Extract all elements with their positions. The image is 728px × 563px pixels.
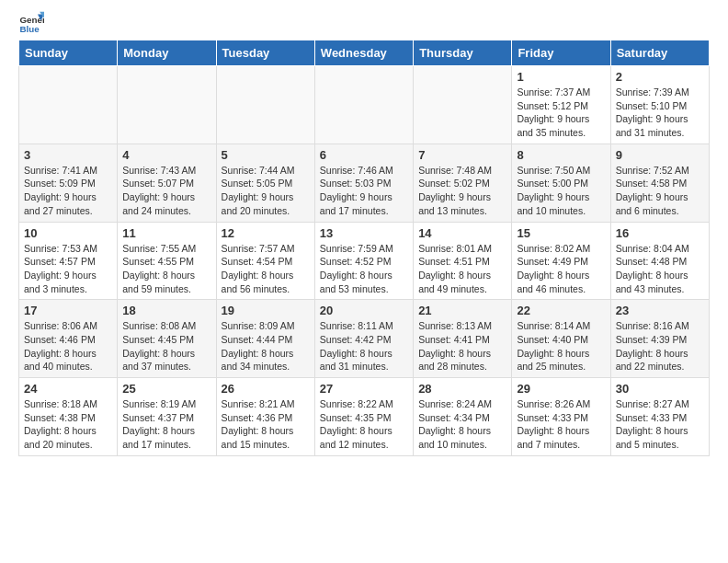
day-info: Sunrise: 8:04 AM Sunset: 4:48 PM Dayligh…	[616, 242, 704, 296]
day-info: Sunrise: 8:02 AM Sunset: 4:49 PM Dayligh…	[517, 242, 605, 296]
calendar-cell: 11Sunrise: 7:55 AM Sunset: 4:55 PM Dayli…	[118, 222, 216, 300]
calendar-week-4: 17Sunrise: 8:06 AM Sunset: 4:46 PM Dayli…	[19, 300, 710, 378]
day-number: 9	[616, 148, 704, 162]
calendar-cell: 24Sunrise: 8:18 AM Sunset: 4:38 PM Dayli…	[19, 378, 118, 456]
calendar-cell: 16Sunrise: 8:04 AM Sunset: 4:48 PM Dayli…	[610, 222, 709, 300]
day-info: Sunrise: 8:22 AM Sunset: 4:35 PM Dayligh…	[320, 397, 408, 452]
logo: General Blue	[18, 9, 46, 35]
day-number: 19	[222, 304, 310, 317]
calendar-cell: 18Sunrise: 8:08 AM Sunset: 4:45 PM Dayli…	[118, 300, 216, 378]
day-number: 17	[24, 304, 112, 317]
calendar-cell: 3Sunrise: 7:41 AM Sunset: 5:09 PM Daylig…	[19, 144, 118, 222]
day-number: 13	[320, 226, 408, 240]
calendar-cell: 30Sunrise: 8:27 AM Sunset: 4:33 PM Dayli…	[610, 378, 709, 456]
calendar-cell: 6Sunrise: 7:46 AM Sunset: 5:03 PM Daylig…	[314, 144, 413, 222]
calendar-header: SundayMondayTuesdayWednesdayThursdayFrid…	[19, 40, 710, 66]
calendar-header-wednesday: Wednesday	[314, 40, 413, 66]
calendar-cell: 26Sunrise: 8:21 AM Sunset: 4:36 PM Dayli…	[216, 378, 314, 456]
day-info: Sunrise: 7:50 AM Sunset: 5:00 PM Dayligh…	[517, 164, 605, 218]
calendar-header-monday: Monday	[118, 40, 216, 66]
calendar-cell	[414, 66, 512, 144]
calendar-week-1: 1Sunrise: 7:37 AM Sunset: 5:12 PM Daylig…	[19, 66, 710, 144]
calendar-container: SundayMondayTuesdayWednesdayThursdayFrid…	[0, 40, 728, 465]
day-number: 28	[418, 382, 506, 396]
calendar-cell	[118, 66, 216, 144]
day-number: 6	[320, 148, 408, 162]
day-info: Sunrise: 7:59 AM Sunset: 4:52 PM Dayligh…	[320, 242, 408, 296]
calendar-header-saturday: Saturday	[610, 40, 709, 66]
calendar-cell: 19Sunrise: 8:09 AM Sunset: 4:44 PM Dayli…	[216, 300, 314, 378]
day-info: Sunrise: 8:08 AM Sunset: 4:45 PM Dayligh…	[122, 319, 210, 373]
calendar-header-tuesday: Tuesday	[216, 40, 314, 66]
day-info: Sunrise: 8:09 AM Sunset: 4:44 PM Dayligh…	[222, 319, 310, 373]
calendar-cell: 29Sunrise: 8:26 AM Sunset: 4:33 PM Dayli…	[512, 378, 610, 456]
calendar-cell: 12Sunrise: 7:57 AM Sunset: 4:54 PM Dayli…	[216, 222, 314, 300]
calendar-table: SundayMondayTuesdayWednesdayThursdayFrid…	[18, 40, 710, 456]
calendar-week-3: 10Sunrise: 7:53 AM Sunset: 4:57 PM Dayli…	[19, 222, 710, 300]
day-info: Sunrise: 8:11 AM Sunset: 4:42 PM Dayligh…	[320, 319, 408, 373]
day-number: 18	[122, 304, 210, 317]
day-info: Sunrise: 7:37 AM Sunset: 5:12 PM Dayligh…	[517, 86, 605, 140]
day-number: 11	[122, 226, 210, 240]
calendar-header-sunday: Sunday	[19, 40, 118, 66]
day-info: Sunrise: 7:41 AM Sunset: 5:09 PM Dayligh…	[24, 164, 112, 218]
day-number: 24	[24, 382, 112, 396]
page-header: General Blue	[0, 0, 728, 40]
day-info: Sunrise: 8:19 AM Sunset: 4:37 PM Dayligh…	[122, 397, 210, 452]
calendar-week-2: 3Sunrise: 7:41 AM Sunset: 5:09 PM Daylig…	[19, 144, 710, 222]
calendar-header-thursday: Thursday	[414, 40, 512, 66]
day-number: 27	[320, 382, 408, 396]
day-info: Sunrise: 7:53 AM Sunset: 4:57 PM Dayligh…	[24, 242, 112, 296]
logo-icon: General Blue	[18, 9, 44, 35]
calendar-cell: 25Sunrise: 8:19 AM Sunset: 4:37 PM Dayli…	[118, 378, 216, 456]
calendar-cell: 20Sunrise: 8:11 AM Sunset: 4:42 PM Dayli…	[314, 300, 413, 378]
day-info: Sunrise: 7:39 AM Sunset: 5:10 PM Dayligh…	[616, 86, 704, 140]
calendar-cell: 22Sunrise: 8:14 AM Sunset: 4:40 PM Dayli…	[512, 300, 610, 378]
day-info: Sunrise: 7:46 AM Sunset: 5:03 PM Dayligh…	[320, 164, 408, 218]
calendar-cell	[314, 66, 413, 144]
day-number: 5	[222, 148, 310, 162]
day-number: 7	[418, 148, 506, 162]
day-info: Sunrise: 8:26 AM Sunset: 4:33 PM Dayligh…	[517, 397, 605, 452]
calendar-cell	[216, 66, 314, 144]
day-number: 1	[517, 70, 605, 84]
day-number: 12	[222, 226, 310, 240]
day-number: 30	[616, 382, 704, 396]
day-number: 25	[122, 382, 210, 396]
day-info: Sunrise: 8:01 AM Sunset: 4:51 PM Dayligh…	[418, 242, 506, 296]
day-number: 3	[24, 148, 112, 162]
calendar-cell: 2Sunrise: 7:39 AM Sunset: 5:10 PM Daylig…	[610, 66, 709, 144]
day-number: 22	[517, 304, 605, 317]
day-number: 2	[616, 70, 704, 84]
calendar-cell: 17Sunrise: 8:06 AM Sunset: 4:46 PM Dayli…	[19, 300, 118, 378]
calendar-cell: 1Sunrise: 7:37 AM Sunset: 5:12 PM Daylig…	[512, 66, 610, 144]
calendar-cell	[19, 66, 118, 144]
day-number: 14	[418, 226, 506, 240]
day-number: 10	[24, 226, 112, 240]
calendar-cell: 9Sunrise: 7:52 AM Sunset: 4:58 PM Daylig…	[610, 144, 709, 222]
day-info: Sunrise: 7:48 AM Sunset: 5:02 PM Dayligh…	[418, 164, 506, 218]
calendar-cell: 28Sunrise: 8:24 AM Sunset: 4:34 PM Dayli…	[414, 378, 512, 456]
calendar-cell: 14Sunrise: 8:01 AM Sunset: 4:51 PM Dayli…	[414, 222, 512, 300]
day-number: 16	[616, 226, 704, 240]
calendar-cell: 4Sunrise: 7:43 AM Sunset: 5:07 PM Daylig…	[118, 144, 216, 222]
day-info: Sunrise: 8:06 AM Sunset: 4:46 PM Dayligh…	[24, 319, 112, 373]
day-info: Sunrise: 8:18 AM Sunset: 4:38 PM Dayligh…	[24, 397, 112, 452]
day-number: 20	[320, 304, 408, 317]
day-info: Sunrise: 7:57 AM Sunset: 4:54 PM Dayligh…	[222, 242, 310, 296]
day-number: 23	[616, 304, 704, 317]
day-info: Sunrise: 8:13 AM Sunset: 4:41 PM Dayligh…	[418, 319, 506, 373]
calendar-cell: 13Sunrise: 7:59 AM Sunset: 4:52 PM Dayli…	[314, 222, 413, 300]
calendar-header-friday: Friday	[512, 40, 610, 66]
day-number: 29	[517, 382, 605, 396]
calendar-cell: 23Sunrise: 8:16 AM Sunset: 4:39 PM Dayli…	[610, 300, 709, 378]
calendar-cell: 8Sunrise: 7:50 AM Sunset: 5:00 PM Daylig…	[512, 144, 610, 222]
day-info: Sunrise: 8:14 AM Sunset: 4:40 PM Dayligh…	[517, 319, 605, 373]
day-info: Sunrise: 8:21 AM Sunset: 4:36 PM Dayligh…	[222, 397, 310, 452]
day-info: Sunrise: 8:24 AM Sunset: 4:34 PM Dayligh…	[418, 397, 506, 452]
calendar-cell: 15Sunrise: 8:02 AM Sunset: 4:49 PM Dayli…	[512, 222, 610, 300]
calendar-cell: 21Sunrise: 8:13 AM Sunset: 4:41 PM Dayli…	[414, 300, 512, 378]
day-info: Sunrise: 8:27 AM Sunset: 4:33 PM Dayligh…	[616, 397, 704, 452]
day-number: 8	[517, 148, 605, 162]
calendar-cell: 5Sunrise: 7:44 AM Sunset: 5:05 PM Daylig…	[216, 144, 314, 222]
